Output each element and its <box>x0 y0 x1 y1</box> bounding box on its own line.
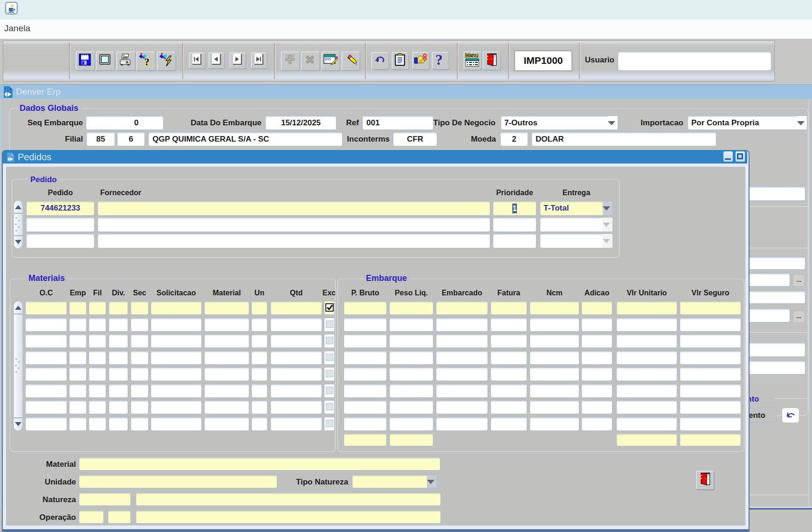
svg-text:?: ? <box>435 53 443 67</box>
svg-text:?: ? <box>145 56 150 67</box>
svg-text:Menu: Menu <box>465 52 479 59</box>
